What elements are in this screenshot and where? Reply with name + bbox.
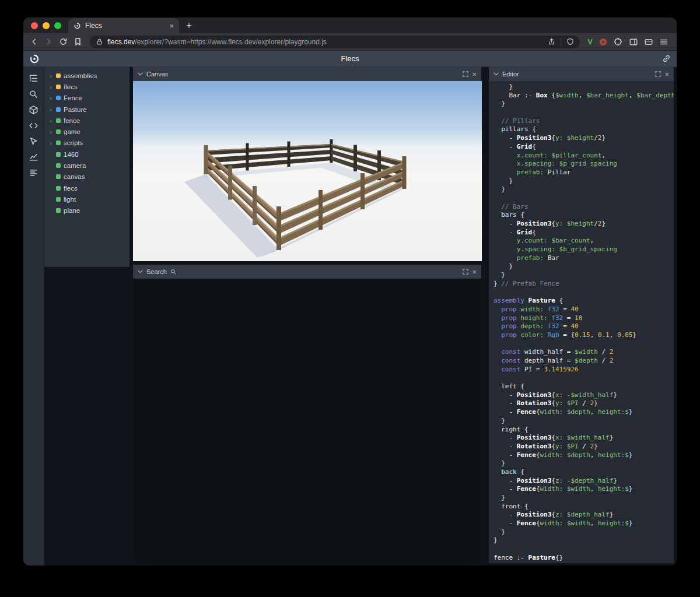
tree-item-label: light (64, 196, 76, 203)
puzzle-extensions-icon[interactable] (614, 37, 623, 47)
entity-tree[interactable]: ›assemblies›flecs›Fence›Pasture›fence›ga… (44, 67, 130, 267)
code-line: const PI = 3.1415926 (494, 366, 674, 374)
tree-item-camera[interactable]: camera (44, 160, 130, 171)
code-line: left { (494, 382, 674, 391)
bookmark-icon[interactable] (72, 36, 83, 48)
browser-tab[interactable]: Flecs × (68, 18, 179, 33)
code-line: } (494, 271, 674, 280)
entity-tree-tab[interactable] (27, 73, 41, 83)
entity-swatch-icon (56, 152, 61, 157)
chevron-down-icon[interactable] (138, 72, 143, 76)
search-icon (170, 269, 176, 275)
tree-item-Pasture[interactable]: ›Pasture (44, 104, 130, 115)
code-line: - Position3{x: $width_half} (494, 434, 674, 443)
close-icon[interactable]: × (664, 71, 669, 78)
flecs-logo-icon (29, 54, 40, 64)
expand-chevron-icon[interactable]: › (48, 72, 53, 79)
entity-swatch-icon (56, 129, 61, 134)
search-panel-title: Search (146, 268, 167, 275)
expand-chevron-icon[interactable]: › (48, 94, 53, 101)
window-controls (23, 17, 68, 33)
back-button[interactable] (28, 36, 40, 48)
share-link-button[interactable] (662, 54, 671, 63)
tree-item-Fence[interactable]: ›Fence (44, 93, 130, 104)
tables-tab[interactable] (27, 167, 41, 178)
red-extension-icon[interactable] (598, 37, 608, 47)
tree-column: ›assemblies›flecs›Fence›Pasture›fence›ga… (44, 67, 130, 566)
close-icon[interactable]: × (472, 71, 477, 78)
code-line: } (494, 100, 674, 108)
editor-code[interactable]: } Bar :- Box {$width, $bar_height, $bar_… (489, 81, 674, 563)
tree-item-label: assemblies (64, 72, 97, 79)
code-line: - Position3{y: $height/2} (494, 220, 674, 229)
tree-item-plane[interactable]: plane (44, 205, 130, 216)
tree-item-label: 1460 (64, 151, 79, 158)
code-icon (29, 121, 38, 131)
new-tab-button[interactable]: + (186, 18, 192, 33)
expand-chevron-icon[interactable]: › (48, 139, 53, 146)
canvas-panel-title: Canvas (146, 71, 168, 78)
forward-button[interactable] (43, 36, 54, 48)
canvas-3d-view[interactable] (133, 81, 481, 261)
script-tab[interactable] (27, 120, 41, 131)
tree-item-game[interactable]: ›game (44, 126, 130, 137)
menu-icon[interactable] (659, 37, 668, 47)
code-line: } (494, 185, 674, 194)
tree-item-flecs[interactable]: ›flecs (44, 81, 130, 92)
expand-chevron-icon[interactable]: › (48, 83, 53, 90)
code-line: - Position3{z: $depth_half} (494, 511, 674, 519)
search-panel-header: Search × (133, 265, 481, 279)
close-window-button[interactable] (31, 22, 38, 29)
wallet-icon[interactable] (644, 37, 653, 47)
code-line: - Rotation3{y: $PI / 2} (494, 443, 674, 451)
code-line: - Position3{y: $height/2} (494, 134, 674, 143)
link-icon (662, 54, 671, 63)
search-results-area[interactable] (133, 279, 481, 563)
minimize-window-button[interactable] (43, 22, 50, 29)
expand-icon[interactable] (655, 71, 661, 77)
v-extension-icon[interactable]: V (587, 37, 593, 46)
sidebar-toggle-icon[interactable] (629, 37, 638, 47)
code-line: // Pillars (494, 117, 674, 126)
maximize-window-button[interactable] (54, 22, 61, 29)
expand-chevron-icon[interactable]: › (48, 106, 53, 113)
code-line: const width_half = $width / 2 (494, 348, 674, 357)
stats-tab[interactable] (27, 152, 41, 162)
tree-item-light[interactable]: light (44, 194, 130, 205)
app-header: Flecs (23, 51, 677, 67)
tree-item-assemblies[interactable]: ›assemblies (44, 70, 130, 81)
canvas-tab[interactable] (27, 104, 41, 115)
address-bar[interactable]: flecs.dev/explorer/?wasm=https://www.fle… (90, 36, 580, 48)
tree-item-1460[interactable]: 1460 (44, 149, 130, 160)
close-icon[interactable]: × (472, 268, 477, 276)
tree-item-canvas[interactable]: canvas (44, 171, 130, 182)
reload-button[interactable] (57, 36, 69, 48)
tree-item-flecs[interactable]: flecs (44, 182, 130, 194)
browser-toolbar: flecs.dev/explorer/?wasm=https://www.fle… (23, 33, 677, 51)
expand-chevron-icon[interactable]: › (48, 117, 53, 124)
expand-icon[interactable] (463, 269, 468, 275)
tree-item-label: plane (64, 207, 80, 214)
query-tab[interactable] (27, 89, 41, 99)
tree-item-scripts[interactable]: ›scripts (44, 138, 130, 149)
shield-icon[interactable] (566, 38, 574, 45)
code-line: - Fence{width: $depth, height:$} (494, 451, 674, 460)
tree-item-label: fence (64, 117, 80, 124)
divider (561, 38, 561, 46)
expand-chevron-icon[interactable]: › (48, 128, 53, 135)
share-icon[interactable] (548, 38, 555, 45)
code-line: - Fence{width: $width, height:$} (494, 485, 674, 494)
chevron-down-icon[interactable] (494, 72, 499, 76)
tree-item-fence[interactable]: ›fence (44, 115, 130, 126)
code-line: } (494, 83, 674, 92)
code-line (494, 545, 674, 554)
expand-icon[interactable] (463, 71, 468, 77)
code-line: fence :- Pasture{} (494, 554, 674, 563)
chevron-down-icon[interactable] (138, 270, 143, 273)
url-path: /explorer/?wasm=https://www.flecs.dev/ex… (135, 38, 326, 46)
tab-close-icon[interactable]: × (169, 22, 174, 30)
code-line: x.count: $pillar_count, (494, 152, 674, 160)
inspector-tab[interactable] (27, 136, 41, 146)
code-line: - Fence{width: $width, height:$} (494, 519, 674, 528)
code-line: right { (494, 426, 674, 434)
